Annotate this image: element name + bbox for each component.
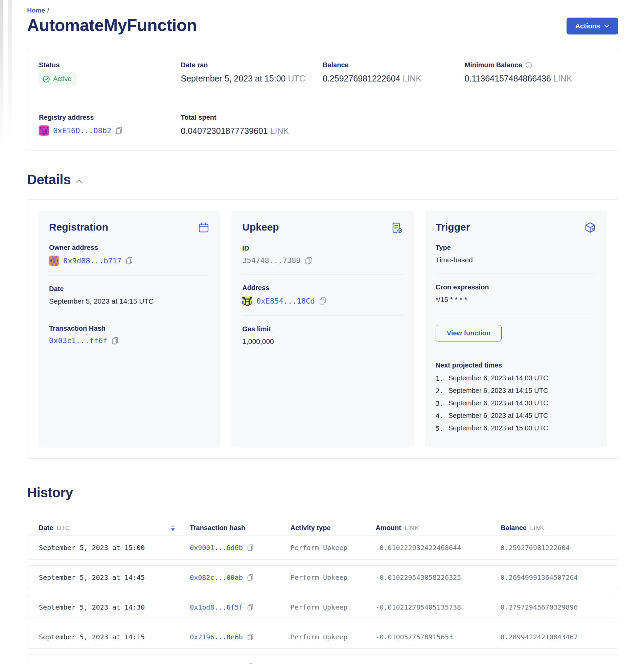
date-ran-field: Date ran September 5, 2023 at 15:00 UTC: [181, 61, 323, 85]
row-activity: Perform Upkeep: [290, 603, 376, 611]
copy-owner-address-button[interactable]: [125, 256, 133, 265]
chevron-up-icon[interactable]: [76, 180, 82, 183]
row-balance: 0.26949991364507264: [501, 574, 606, 581]
gas-limit-label: Gas limit: [242, 325, 403, 333]
status-label: Status: [39, 61, 181, 69]
balance-text: 0.259276981222604: [323, 74, 400, 83]
upkeep-id-value: 354748...7389: [242, 256, 300, 265]
registration-tx-row: 0x03c1...ff6f: [49, 336, 210, 345]
projected-time-text: September 6, 2023 at 14:15 UTC: [448, 387, 548, 395]
projected-times-field: Next projected times 1.September 6, 2023…: [436, 361, 596, 432]
row-amount: -0.010222932422468644: [376, 544, 500, 552]
details-section-head: Details: [27, 172, 82, 187]
total-spent-text: 0.04072301877739601: [181, 126, 268, 136]
date-ran-unit: UTC: [288, 74, 305, 83]
copy-tx-hash-button[interactable]: [247, 663, 254, 664]
actions-button[interactable]: Actions: [566, 18, 618, 35]
projected-time-num: 5.: [436, 424, 444, 432]
copy-tx-hash-button[interactable]: [247, 574, 254, 581]
summary-row-1: Status Active Date ran September 5, 2023…: [39, 61, 606, 85]
copy-tx-hash-button[interactable]: [247, 544, 254, 552]
summary-divider: [39, 100, 606, 100]
min-balance-field: Minimum Balance 0.11364157484866436 LINK: [465, 61, 607, 85]
min-balance-unit: LINK: [554, 74, 572, 83]
registry-address-link[interactable]: 0xE16D...D8b2: [53, 126, 111, 135]
table-row: September 5, 2023 at 15:00 0x9001...6d6b…: [27, 536, 618, 560]
upkeep-head: Upkeep: [242, 222, 403, 234]
balance-unit: LINK: [403, 74, 421, 83]
projected-times-label: Next projected times: [436, 361, 596, 369]
row-balance: 0.3: [501, 663, 606, 664]
row-activity: Perform Upkeep: [290, 633, 376, 641]
tx-hash-link[interactable]: 0x1bd8...6f5f: [190, 603, 243, 611]
upkeep-card: Upkeep ID 354748...7389 Address: [232, 211, 414, 448]
view-function-button[interactable]: View function: [436, 325, 502, 341]
projected-time-text: September 6, 2023 at 14:45 UTC: [448, 412, 548, 420]
row-amount: -0.010212785405135738: [376, 603, 500, 611]
projected-time-item: 1.September 6, 2023 at 14:00 UTC: [436, 374, 596, 382]
sort-arrows-icon[interactable]: [171, 525, 175, 531]
document-gear-icon: [390, 222, 403, 234]
copy-tx-hash-button[interactable]: [247, 633, 254, 641]
tx-hash-link[interactable]: 0x082c...00ab: [190, 574, 243, 581]
col-activity-label: Activity type: [290, 524, 331, 532]
cube-icon: [584, 222, 596, 234]
table-row: September 5, 2023 at 14:45 0x082c...00ab…: [27, 565, 618, 589]
row-date: September 5, 2023 at 14:15: [39, 633, 190, 641]
title-row: AutomateMyFunction Actions: [27, 16, 618, 35]
projected-time-item: 3.September 6, 2023 at 14:30 UTC: [436, 399, 596, 408]
info-icon[interactable]: [525, 62, 532, 69]
min-balance-label-text: Minimum Balance: [465, 61, 522, 69]
divider: [49, 275, 210, 275]
divider: [436, 313, 596, 313]
total-spent-unit: LINK: [270, 126, 289, 136]
min-balance-text: 0.11364157484866436: [465, 74, 551, 83]
row-balance: 0.27972945670329896: [501, 603, 606, 611]
row-date: September 5, 2023 at 15:00: [39, 544, 190, 552]
copy-upkeep-id-button[interactable]: [305, 256, 312, 265]
row-balance: 0.259276981222604: [501, 544, 606, 552]
table-row: September 5, 2023 at 14:30 0x1bd8...6f5f…: [27, 595, 618, 619]
registry-address-row: 0xE16D...D8b2: [39, 125, 181, 136]
registration-date-label: Date: [49, 285, 210, 293]
table-row: September 5, 2023 at 14:15 0x03c1...ff6f…: [27, 655, 618, 664]
col-header-date: Date UTC: [39, 524, 190, 532]
registration-card: Registration Owner address 0x9d08...b717: [38, 211, 221, 448]
registration-tx-field: Transaction Hash 0x03c1...ff6f: [49, 325, 210, 345]
row-date: September 5, 2023 at 14:30: [39, 603, 190, 611]
projected-time-text: September 6, 2023 at 15:00 UTC: [448, 424, 548, 432]
tx-hash-link[interactable]: 0x9001...6d6b: [190, 544, 243, 552]
total-spent-field: Total spent 0.04072301877739601 LINK: [181, 113, 323, 136]
registration-title: Registration: [49, 222, 108, 233]
owner-address-link[interactable]: 0x9d08...b717: [63, 256, 121, 265]
row-tx: 0x2196...8e6b: [190, 633, 290, 641]
total-spent-label: Total spent: [181, 113, 323, 121]
copy-upkeep-address-button[interactable]: [319, 297, 326, 305]
col-header-amount: AmountLINK: [376, 524, 501, 532]
cron-label: Cron expression: [436, 283, 596, 291]
tx-hash-link[interactable]: 0x03c1...ff6f: [190, 663, 243, 664]
copy-registry-address-button[interactable]: [115, 126, 123, 134]
copy-tx-hash-button[interactable]: [247, 603, 254, 611]
calendar-icon: [198, 222, 210, 234]
history-table-header: Date UTC Transaction hash Activity type …: [27, 520, 618, 536]
row-tx: 0x082c...00ab: [190, 574, 290, 581]
breadcrumb-home-link[interactable]: Home: [27, 7, 45, 14]
copy-registration-tx-button[interactable]: [111, 337, 119, 345]
history-section-head: History: [27, 485, 73, 500]
trigger-card: Trigger Type Time-based Cron expression …: [425, 211, 607, 448]
projected-time-text: September 6, 2023 at 14:30 UTC: [448, 399, 548, 408]
gas-limit-value: 1,000,000: [242, 337, 403, 346]
copy-icon: [247, 603, 254, 611]
upkeep-address-link[interactable]: 0xE854...18Cd: [256, 297, 315, 305]
actions-button-label: Actions: [575, 22, 600, 30]
registration-tx-link[interactable]: 0x03c1...ff6f: [49, 336, 107, 345]
balance-value: 0.259276981222604 LINK: [323, 74, 465, 83]
col-header-balance: BalanceLINK: [501, 524, 607, 532]
tx-hash-link[interactable]: 0x2196...8e6b: [190, 633, 243, 641]
col-date-label: Date: [39, 524, 53, 532]
balance-field: Balance 0.259276981222604 LINK: [323, 61, 465, 85]
registration-head: Registration: [49, 222, 210, 234]
date-ran-text: September 5, 2023 at 15:00: [181, 74, 286, 83]
registry-label: Registry address: [39, 113, 181, 121]
